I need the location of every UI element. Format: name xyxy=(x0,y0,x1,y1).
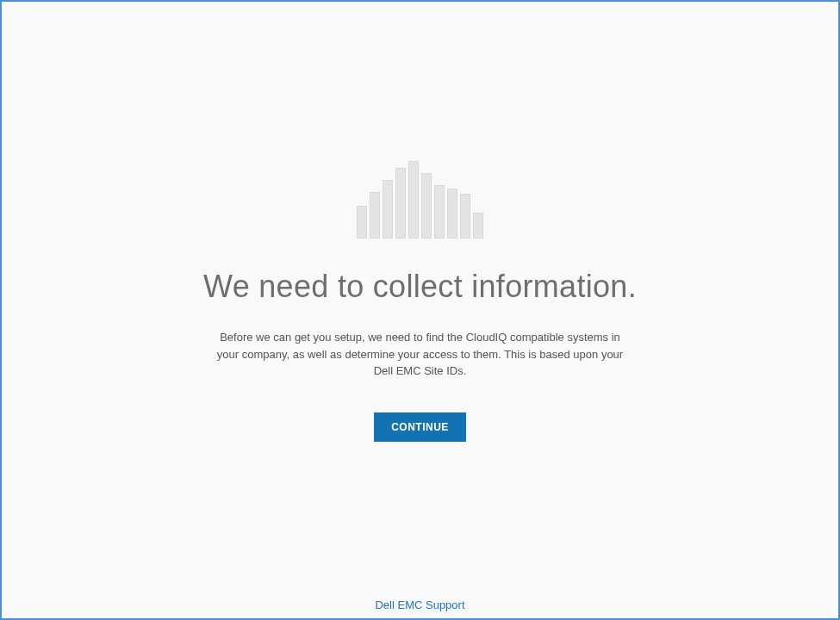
continue-button[interactable]: CONTINUE xyxy=(374,412,466,442)
page-heading: We need to collect information. xyxy=(203,269,637,305)
bar-icon xyxy=(421,173,432,239)
cloudiq-bars-icon xyxy=(357,161,483,239)
setup-screen: We need to collect information. Before w… xyxy=(0,0,840,620)
bar-icon xyxy=(473,213,483,239)
bar-icon xyxy=(434,185,445,239)
bar-icon xyxy=(357,206,367,239)
bar-icon xyxy=(370,192,380,239)
main-content: We need to collect information. Before w… xyxy=(2,2,838,442)
bar-icon xyxy=(460,194,470,239)
bar-icon xyxy=(383,180,393,239)
page-description: Before we can get you setup, we need to … xyxy=(209,329,632,380)
support-link[interactable]: Dell EMC Support xyxy=(375,598,464,611)
bar-icon xyxy=(447,189,457,239)
bar-icon xyxy=(408,161,419,239)
bar-icon xyxy=(395,168,406,239)
